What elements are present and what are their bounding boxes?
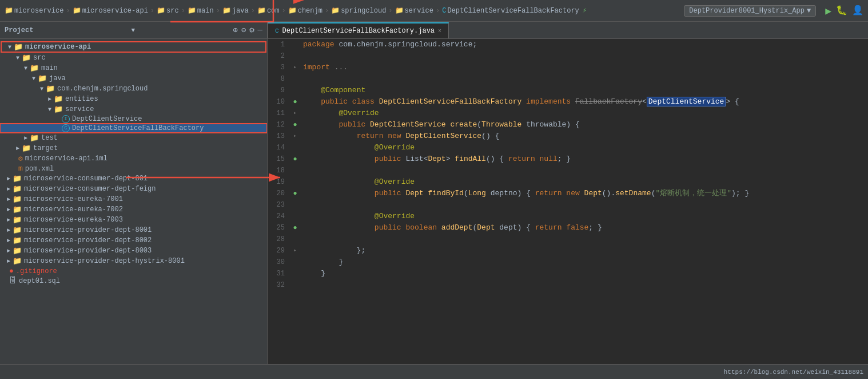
breakpoint-icon[interactable]: ● [293, 222, 297, 234]
sidebar-item-provider-8003[interactable]: ► 📁 microservice-provider-dept-8003 [0, 246, 267, 256]
breakpoint-icon[interactable]: ● [293, 119, 297, 131]
breakpoint-icon[interactable]: ● [293, 96, 297, 108]
sidebar-item-package[interactable]: ▼ 📁 com.chenjm.springcloud [0, 84, 267, 94]
editor-with-arrow: C DeptClientServiceFallBackFactory.java … [268, 22, 868, 39]
package-icon: 📁 [46, 84, 55, 93]
tree-item-label: microservice-api [25, 43, 91, 51]
folder-icon: 📁 [13, 256, 22, 266]
folder-icon: 📁 [13, 246, 22, 255]
tree-item-label: microservice-consumer-dept-feign [24, 185, 156, 193]
debug-icon[interactable]: 🐛 [836, 5, 847, 17]
class-icon: C [62, 124, 70, 132]
folder-icon: 📁 [13, 184, 22, 194]
code-line-25: 25 ● public boolean addDept(Dept dept) {… [268, 222, 868, 234]
action-icons: ▶ 🐛 👤 [825, 5, 863, 17]
code-line-32: 32 [268, 279, 868, 291]
collapse-all-icon[interactable]: ⊖ [241, 25, 246, 35]
sidebar-item-eureka-7001[interactable]: ► 📁 microservice-eureka-7001 [0, 194, 267, 204]
bc-main[interactable]: main [197, 7, 214, 15]
bc-folder-service[interactable]: 📁 [395, 6, 404, 15]
sidebar-item-main[interactable]: ▼ 📁 main [0, 63, 267, 73]
bc-class-icon: C [442, 7, 446, 15]
sidebar-item-iml[interactable]: ⚙ microservice-api.iml [0, 153, 267, 164]
code-line-1: 1 package com.chenjm.springcloud.service… [268, 39, 868, 50]
tab-label: DeptClientServiceFallBackFactory.java [282, 27, 435, 35]
breakpoint-icon[interactable]: ● [293, 153, 297, 165]
tree-item-label: target [33, 144, 58, 152]
tab-class-icon: C [275, 27, 279, 34]
sidebar-item-provider-8002[interactable]: ► 📁 microservice-provider-dept-8002 [0, 235, 267, 246]
folder-icon: 📁 [30, 64, 39, 73]
bc-folder-microservice[interactable]: 📁 [5, 6, 13, 15]
sidebar-item-src[interactable]: ▼ 📁 src [0, 53, 267, 63]
bc-folder-com[interactable]: 📁 [257, 6, 266, 15]
editor-tab-main[interactable]: C DeptClientServiceFallBackFactory.java … [268, 22, 449, 38]
bc-classname[interactable]: DeptClientServiceFallBackFactory [447, 7, 579, 15]
run-icon[interactable]: ▶ [825, 5, 831, 17]
sidebar-item-consumer-801[interactable]: ► 📁 microservice-consumer-dept-801 [0, 173, 267, 184]
breakpoint-icon[interactable]: ● [293, 188, 297, 199]
expand-all-icon[interactable]: ⊕ [233, 25, 237, 35]
run-config-label: DeptProvider8001_Hystrix_App [689, 7, 805, 15]
tree-item-label: DeptClientService [72, 115, 142, 123]
bc-folder-main[interactable]: 📁 [188, 6, 196, 15]
fold-icon[interactable]: ▸ [293, 62, 297, 73]
sidebar-item-java[interactable]: ▼ 📁 java [0, 73, 267, 84]
bc-folder-src[interactable]: 📁 [157, 6, 165, 15]
bc-springcloud[interactable]: springcloud [341, 7, 386, 15]
settings-icon[interactable]: ⚙ [249, 25, 254, 35]
project-sidebar: Project ▼ ⊕ ⊖ ⚙ — ▼ 📁 microservice-api ▼ [0, 22, 268, 364]
editor-tabs: C DeptClientServiceFallBackFactory.java … [268, 22, 868, 39]
folder-icon: 📁 [14, 42, 23, 52]
tab-close-button[interactable]: × [438, 28, 441, 34]
bc-src[interactable]: src [166, 7, 179, 15]
sidebar-item-gitignore[interactable]: ● .gitignore [0, 266, 267, 276]
fold-icon[interactable]: ▸ [293, 245, 297, 256]
bc-folder-api[interactable]: 📁 [73, 6, 81, 15]
bc-com[interactable]: com [267, 7, 280, 15]
sidebar-item-microservice-api[interactable]: ▼ 📁 microservice-api [1, 42, 266, 52]
profile-icon[interactable]: 👤 [852, 5, 863, 17]
bc-folder-java[interactable]: 📁 [222, 6, 231, 15]
sidebar-item-sql[interactable]: 🗄 dept01.sql [0, 276, 267, 286]
bc-api[interactable]: microservice-api [82, 7, 148, 15]
tree-item-label: src [33, 54, 46, 62]
bc-folder-chenjm[interactable]: 📁 [288, 6, 297, 15]
sidebar-item-target[interactable]: ► 📁 target [0, 143, 267, 153]
sidebar-item-service[interactable]: ▼ 📁 service [0, 104, 267, 115]
minimize-icon[interactable]: — [258, 25, 262, 35]
fold-icon[interactable]: ▸ [293, 131, 297, 142]
bc-service[interactable]: service [405, 7, 433, 15]
bc-microservice[interactable]: microservice [14, 7, 63, 15]
code-line-14: 14 @Override [268, 142, 868, 153]
code-line-23: 23 [268, 199, 868, 211]
status-bar: https://blog.csdn.net/weixin_43118891 [0, 364, 868, 379]
folder-icon: 📁 [13, 236, 22, 245]
tree-item-label: microservice-provider-dept-8001 [24, 226, 152, 234]
sidebar-item-consumer-feign[interactable]: ► 📁 microservice-consumer-dept-feign [0, 184, 267, 194]
sidebar-item-entities[interactable]: ► 📁 entities [0, 94, 267, 104]
code-line-20: 20 ● public Dept findById(Long deptno) {… [268, 188, 868, 199]
sidebar-item-provider-8001[interactable]: ► 📁 microservice-provider-dept-8001 [0, 225, 267, 235]
bc-java[interactable]: java [232, 7, 249, 15]
tree-item-label: java [49, 74, 66, 82]
sidebar-item-hystrix-8001[interactable]: ► 📁 microservice-provider-dept-hystrix-8… [0, 256, 267, 266]
bc-folder-springcloud[interactable]: 📁 [331, 6, 340, 15]
sidebar-item-test[interactable]: ► 📁 test [0, 133, 267, 143]
sidebar-item-eureka-7003[interactable]: ► 📁 microservice-eureka-7003 [0, 215, 267, 225]
sidebar-item-eureka-7002[interactable]: ► 📁 microservice-eureka-7002 [0, 204, 267, 215]
sidebar-item-deptfallbackfactory[interactable]: C DeptClientServiceFallBackFactory [0, 124, 267, 133]
sql-icon: 🗄 [9, 277, 17, 285]
sidebar-item-pom[interactable]: m pom.xml [0, 164, 267, 173]
bc-chenjm[interactable]: chenjm [298, 7, 322, 15]
fold-icon[interactable]: ▸ [293, 108, 297, 119]
editor-area: C DeptClientServiceFallBackFactory.java … [268, 22, 868, 364]
code-editor[interactable]: 1 package com.chenjm.springcloud.service… [268, 39, 868, 364]
run-config-selector[interactable]: DeptProvider8001_Hystrix_App ▼ [684, 5, 816, 17]
sidebar-item-deptclientservice[interactable]: I DeptClientService [0, 115, 267, 124]
bc-arrow-icon: ⚡ [583, 6, 587, 15]
sidebar-header: Project ▼ ⊕ ⊖ ⚙ — [0, 22, 267, 39]
tree-item-label: microservice-api.iml [25, 155, 107, 163]
code-line-28: 28 [268, 234, 868, 245]
tree-item-label: entities [65, 95, 98, 103]
